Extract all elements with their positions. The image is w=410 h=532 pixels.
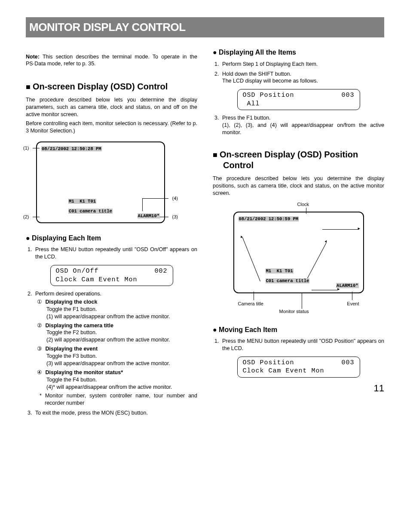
- heading-osd-position-control: On-screen Display (OSD) Position Control: [213, 149, 384, 171]
- lcd-pos-all-line2: All: [243, 100, 260, 108]
- circled-1-icon: ①: [37, 298, 44, 306]
- all-items-step3a: Press the F1 button.: [222, 115, 271, 121]
- page-title-bar: MONITOR DISPLAY CONTROL: [26, 17, 384, 37]
- sub-body-event-l2: (3) will appear/disappear on/from the ac…: [37, 360, 197, 367]
- screen2-status-line1: M1 K1 T01: [266, 268, 294, 274]
- moving-step1: Press the MENU button repeatedly until "…: [220, 338, 384, 352]
- sub-item-clock: ① Displaying the clock Toggle the F1 but…: [35, 298, 197, 320]
- screen2-status-line2: C01 camera title: [266, 278, 310, 283]
- callout-2: (2): [23, 214, 29, 220]
- screen1-alarm: ALARM10*: [138, 213, 160, 218]
- page-number: 11: [213, 382, 384, 395]
- each-item-step3: To exit the mode, press the MON (ESC) bu…: [34, 409, 197, 417]
- sub-body-camera-l1: Toggle the F2 button.: [37, 329, 197, 336]
- note-text: This section describes the terminal mode…: [26, 54, 197, 67]
- lcd-osd-position: OSD Position003 Clock Cam Event Mon: [237, 357, 360, 378]
- sub-body-clock-l1: Toggle the F1 button.: [37, 306, 197, 313]
- lcd-osd-onoff: OSD On/Off002 Clock Cam Event Mon: [50, 265, 173, 286]
- heading-displaying-all-items: Displaying All the Items: [213, 48, 384, 57]
- lcd-osd-position-all: OSD Position003 All: [237, 89, 360, 110]
- each-item-step2: Perform desired operations. ① Displaying…: [34, 290, 197, 407]
- sub-body-camera-l2: (2) will appear/disappear on/from the ac…: [37, 336, 197, 344]
- sub-title-clock: Displaying the clock: [45, 299, 97, 305]
- lcd-onoff-num: 002: [154, 267, 167, 276]
- lcd-pos-all-num: 003: [341, 91, 354, 100]
- sub-body-event-l1: Toggle the F3 button.: [37, 353, 197, 360]
- circled-4-icon: ④: [37, 369, 44, 376]
- left-column: Note: This section describes the termina…: [26, 48, 197, 419]
- lcd-pos-num: 003: [341, 359, 354, 367]
- note-paragraph: Note: This section describes the termina…: [26, 53, 197, 68]
- screen2-alarm: ALARM10*: [336, 283, 358, 288]
- sub-body-clock-l2: (1) will appear/disappear on/from the ac…: [37, 313, 197, 320]
- lcd-onoff-title: OSD On/Off: [56, 267, 99, 276]
- all-items-step2b: The LCD display will become as follows.: [222, 78, 318, 84]
- right-column: Displaying All the Items Perform Step 1 …: [213, 48, 384, 419]
- note-label: Note:: [26, 54, 40, 60]
- each-item-step1: Press the MENU button repeatedly until "…: [34, 246, 197, 261]
- sub-item-camera-title: ② Displaying the camera title Toggle the…: [35, 322, 197, 344]
- sub-title-event: Displaying the event: [45, 346, 98, 352]
- callout-1: (1): [23, 145, 29, 151]
- lcd-pos-line2: Clock Cam Event Mon: [243, 367, 324, 375]
- lcd-pos-all-title: OSD Position: [243, 91, 294, 100]
- heading-displaying-each-item: Displaying Each Item: [26, 234, 197, 243]
- sub-title-monitor: Displaying the monitor status*: [45, 369, 123, 375]
- screen1-status-line2: C01 camera title: [68, 209, 113, 214]
- callout-4: (4): [172, 195, 178, 202]
- screen-diagram-2: Clock 08/21/2002 12:50:59 PM M1 K1 T01 C…: [228, 201, 370, 315]
- lcd-pos-title: OSD Position: [243, 359, 294, 367]
- heading-moving-each-item: Moving Each Item: [213, 325, 384, 335]
- screen1-datetime: 08/21/2002 12:50:28 PM: [41, 146, 102, 151]
- all-items-step3b: (1), (2), (3), and (4) will appear/disap…: [222, 122, 384, 135]
- sub-title-camera: Displaying the camera title: [45, 323, 113, 329]
- callout-3: (3): [172, 214, 178, 220]
- label-clock: Clock: [297, 201, 309, 208]
- all-items-step1: Perform Step 1 of Displaying Each Item.: [220, 61, 384, 68]
- pos-control-p: The procedure described below lets you d…: [213, 175, 384, 197]
- osd-control-p1: The procedure described below lets you d…: [26, 96, 197, 118]
- screen2-datetime: 08/21/2002 12:50:59 PM: [239, 216, 299, 221]
- sub-body-monitor-l2: (4)* will appear/disappear on/from the a…: [37, 384, 197, 391]
- screen-diagram-1: (1) (2) (3) (4) 08/21/2002 12:50:28 PM M…: [36, 141, 165, 223]
- each-item-step2-text: Perform desired operations.: [35, 291, 101, 297]
- monitor-status-footnote: * Monitor number, system controller name…: [35, 392, 197, 407]
- sub-item-event: ③ Displaying the event Toggle the F3 but…: [35, 345, 197, 367]
- sub-body-monitor-l1: Toggle the F4 button.: [37, 376, 197, 384]
- all-items-step2a: Hold down the SHIFT button.: [222, 71, 291, 77]
- osd-control-p2: Before controlling each item, monitor se…: [26, 120, 197, 135]
- lcd-onoff-line2: Clock Cam Event Mon: [56, 276, 138, 284]
- screen1-status-line1: M1 K1 T01: [68, 199, 96, 204]
- all-items-step2: Hold down the SHIFT button. The LCD disp…: [220, 71, 384, 85]
- all-items-step3: Press the F1 button. (1), (2), (3), and …: [220, 114, 384, 136]
- sub-item-monitor-status: ④ Displaying the monitor status* Toggle …: [35, 369, 197, 391]
- circled-3-icon: ③: [37, 345, 44, 353]
- label-event: Event: [347, 301, 359, 307]
- label-monitor-status: Monitor status: [279, 308, 309, 315]
- circled-2-icon: ②: [37, 322, 44, 329]
- label-camera-title: Camera title: [238, 301, 263, 307]
- heading-osd-control: On-screen Display (OSD) Control: [26, 81, 197, 92]
